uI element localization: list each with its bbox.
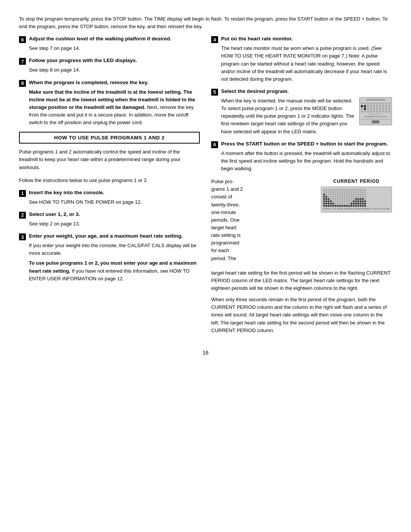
pulse-programs-title: HOW TO USE PULSE PROGRAMS 1 AND 2 — [24, 135, 195, 141]
pulse-para1: Pulse pro- grams 1 and 2 consist of twen… — [211, 178, 317, 262]
current-period-label: CURRENT PERIOD — [321, 178, 392, 185]
step-6-block: 6 Adjust the cushion level of the walkin… — [19, 36, 200, 52]
step-7-title: Follow your progress with the LED displa… — [29, 58, 137, 63]
pulse-step-1-body: See HOW TO TURN ON THE POWER on page 12. — [29, 198, 200, 206]
right-step-4-number: 4 — [211, 36, 218, 43]
right-step-5-block: 5 Select the desired program. When the k… — [211, 88, 392, 136]
pulse-step-2-number: 2 — [19, 212, 26, 219]
right-step-4-block: 4 Put on the heart rate monitor. The hea… — [211, 36, 392, 83]
left-column: 6 Adjust the cushion level of the walkin… — [19, 36, 200, 338]
right-step-4-body: The heart rate monitor must be worn when… — [221, 45, 392, 83]
right-step-6-block: 6 Press the START button or the SPEED + … — [211, 141, 392, 173]
step-5-led-display: ⦿⦿⦿⦿⦿⦿⦿⦿⦿⦿ — [359, 97, 392, 126]
step-8-number: 8 — [19, 80, 26, 87]
intro-paragraph: To stop the program temporarily, press t… — [19, 15, 392, 30]
pulse-text-left: Pulse pro- grams 1 and 2 consist of twen… — [211, 178, 317, 265]
pulse-step-3-number: 3 — [19, 233, 26, 240]
pulse-step-2-block: 2 Select user 1, 2, or 3. See step 2 on … — [19, 211, 200, 228]
right-step-5-number: 5 — [211, 89, 218, 96]
pulse-step-3-block: 3 Enter your weight, your age, and a max… — [19, 233, 200, 283]
step-7-block: 7 Follow your progress with the LED disp… — [19, 58, 200, 74]
pulse-step-3-title: Enter your weight, your age, and a maxim… — [29, 233, 183, 239]
page-number: 16 — [19, 350, 392, 356]
step-6-number: 6 — [19, 36, 26, 43]
pulse-intro-1: Pulse programs 1 and 2 automatically con… — [19, 148, 200, 171]
right-step-4-title: Put on the heart rate monitor. — [221, 36, 293, 42]
pulse-step-2-body: See step 2 on page 13. — [29, 220, 200, 228]
step-8-body: Make sure that the incline of the treadm… — [29, 88, 200, 127]
right-step-6-title: Press the START button or the SPEED + bu… — [221, 141, 388, 147]
pulse-step-1-title: Insert the key into the console. — [29, 190, 104, 195]
pulse-description-block: Pulse pro- grams 1 and 2 consist of twen… — [211, 178, 392, 265]
right-column: 4 Put on the heart rate monitor. The hea… — [211, 36, 392, 338]
pulse-step-1-number: 1 — [19, 190, 26, 197]
pulse-programs-section-header: HOW TO USE PULSE PROGRAMS 1 AND 2 — [19, 132, 200, 144]
big-led-matrix: // Generate LED matrix rows const patter… — [321, 187, 392, 213]
step-7-body: See step 8 on page 14. — [29, 66, 200, 74]
step-8-title: When the program is completed, remove th… — [29, 80, 148, 85]
right-step-6-number: 6 — [211, 141, 218, 148]
pulse-step-3-body1: If you enter your weight into the consol… — [29, 242, 200, 257]
step-6-title: Adjust the cushion level of the walking … — [29, 36, 171, 42]
step-8-block: 8 When the program is completed, remove … — [19, 80, 200, 127]
right-step-6-body: A moment after the button is pressed, th… — [221, 150, 392, 173]
right-step-5-title: Select the desired program. — [221, 88, 289, 94]
pulse-step-3-body: If you enter your weight into the consol… — [29, 242, 200, 283]
pulse-para2: target heart rate setting for the first … — [211, 269, 392, 292]
current-period-display: CURRENT PERIOD // Generate LED matrix ro… — [321, 178, 392, 212]
right-step-5-body: When the key is inserted, the manual mod… — [221, 97, 392, 136]
pulse-step-1-block: 1 Insert the key into the console. See H… — [19, 190, 200, 206]
pulse-intro-2: Follow the instructions below to use pul… — [19, 177, 200, 184]
step-7-number: 7 — [19, 58, 26, 65]
pulse-para3: When only three seconds remain in the fi… — [211, 296, 392, 334]
step-6-body: See step 7 on page 14. — [29, 45, 200, 52]
pulse-step-2-title: Select user 1, 2, or 3. — [29, 211, 80, 217]
